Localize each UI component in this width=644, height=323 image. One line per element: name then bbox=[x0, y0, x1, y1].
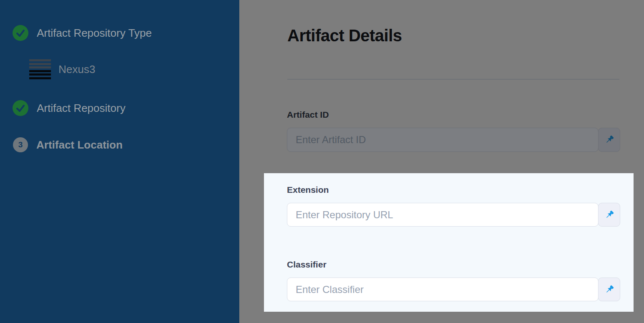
step-label: Artifact Repository bbox=[37, 102, 125, 115]
section-divider bbox=[287, 79, 619, 80]
step-complete-check-icon bbox=[13, 25, 28, 41]
classifier-input[interactable] bbox=[287, 278, 598, 301]
pin-button[interactable] bbox=[598, 278, 620, 301]
pin-button[interactable] bbox=[598, 203, 620, 227]
page-title: Artifact Details bbox=[287, 26, 402, 45]
tour-highlight-box: Extension Classifie bbox=[264, 173, 634, 312]
classifier-input-group bbox=[287, 278, 620, 301]
extension-input[interactable] bbox=[287, 203, 598, 227]
selected-artifact-type[interactable]: Nexus3 bbox=[29, 59, 95, 79]
pushpin-icon bbox=[604, 210, 614, 220]
step-number-badge: 3 bbox=[13, 137, 28, 152]
field-artifact-id: Artifact ID bbox=[287, 109, 620, 152]
step-artifact-repository-type[interactable]: Artifact Repository Type bbox=[13, 25, 152, 41]
pushpin-icon bbox=[604, 135, 614, 145]
step-artifact-repository[interactable]: Artifact Repository bbox=[13, 100, 125, 116]
field-extension: Extension bbox=[287, 184, 620, 227]
field-label: Classifier bbox=[287, 259, 620, 270]
field-label: Artifact ID bbox=[287, 109, 620, 120]
step-label: Artifact Location bbox=[36, 139, 123, 151]
pin-button[interactable] bbox=[598, 128, 620, 152]
step-complete-check-icon bbox=[13, 100, 28, 116]
artifact-id-input-group bbox=[287, 128, 620, 152]
pushpin-icon bbox=[604, 285, 614, 295]
field-classifier: Classifier bbox=[287, 259, 620, 301]
nexus3-icon bbox=[29, 59, 51, 79]
field-label: Extension bbox=[287, 184, 620, 195]
artifact-wizard-screen: Artifact Repository Type Nexus3 Artifact… bbox=[0, 0, 644, 323]
selected-type-label: Nexus3 bbox=[58, 63, 95, 76]
step-label: Artifact Repository Type bbox=[37, 27, 152, 40]
step-artifact-location[interactable]: 3 Artifact Location bbox=[13, 137, 123, 152]
wizard-steps-sidebar: Artifact Repository Type Nexus3 Artifact… bbox=[0, 0, 239, 323]
artifact-id-input[interactable] bbox=[287, 128, 598, 152]
extension-input-group bbox=[287, 203, 620, 227]
artifact-details-panel: Artifact Details Artifact ID bbox=[239, 0, 644, 323]
